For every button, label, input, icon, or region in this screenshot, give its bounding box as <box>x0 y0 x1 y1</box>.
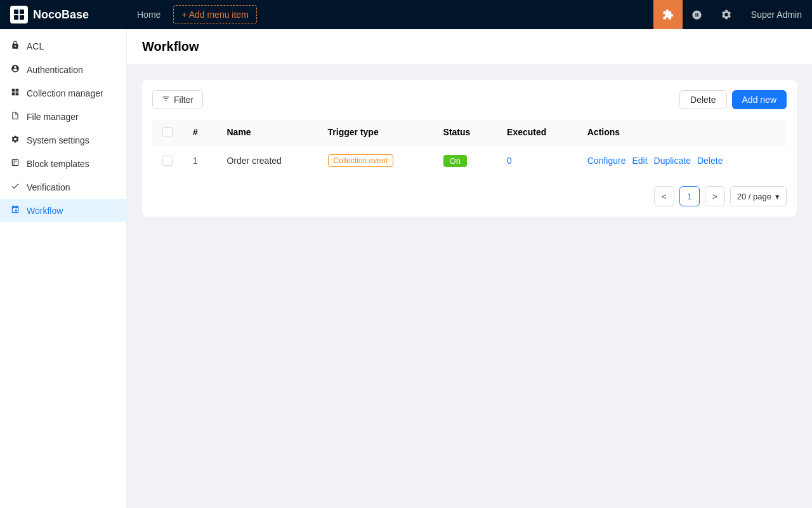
table-header: # Name Trigger type Status Executed Acti… <box>152 119 787 145</box>
row-status: On <box>433 145 497 177</box>
delete-button[interactable]: Delete <box>679 90 726 109</box>
main-content: Workflow Filter Delete <box>127 29 812 508</box>
header-actions: Actions <box>577 119 787 145</box>
main-layout: ACL Authentication Collection manager Fi… <box>0 29 812 508</box>
trigger-type-tag: Collection event <box>328 154 393 167</box>
brand-name: NocoBase <box>33 8 89 22</box>
svg-rect-0 <box>14 10 18 14</box>
sidebar-item-authentication[interactable]: Authentication <box>0 58 126 81</box>
topnav-right: Super Admin <box>653 0 812 29</box>
verification-icon <box>10 182 20 192</box>
page-header: Workflow <box>127 29 812 65</box>
authentication-label: Authentication <box>27 65 83 75</box>
toolbar: Filter Delete Add new <box>152 90 787 109</box>
table-container: Filter Delete Add new <box>142 80 797 217</box>
header-checkbox-cell <box>152 119 183 145</box>
filter-button[interactable]: Filter <box>152 90 203 109</box>
table-row: 1 Order created Collection event On 0 <box>152 145 787 177</box>
file-manager-icon <box>10 111 20 122</box>
select-all-checkbox[interactable] <box>162 127 173 137</box>
filter-label: Filter <box>174 95 193 105</box>
collection-manager-icon <box>10 88 20 98</box>
system-settings-icon <box>10 135 20 145</box>
sidebar-item-system-settings[interactable]: System settings <box>0 128 126 152</box>
header-name: Name <box>216 119 317 145</box>
topnav-menu: Home + Add menu item <box>127 0 653 29</box>
plugin-icon-button[interactable] <box>653 0 683 29</box>
page-size-selector[interactable]: 20 / page ▾ <box>730 186 787 206</box>
sidebar-item-acl[interactable]: ACL <box>0 34 126 58</box>
sidebar-item-collection-manager[interactable]: Collection manager <box>0 81 126 105</box>
table-body: 1 Order created Collection event On 0 <box>152 145 787 177</box>
status-badge[interactable]: On <box>443 155 467 167</box>
page-body: Filter Delete Add new <box>127 65 812 232</box>
current-page-button[interactable]: 1 <box>679 186 700 206</box>
row-executed: 0 <box>497 145 577 177</box>
svg-rect-1 <box>20 10 24 14</box>
header-index: # <box>183 119 216 145</box>
settings-icon-button[interactable] <box>712 0 741 29</box>
prev-page-button[interactable]: < <box>654 186 674 206</box>
block-templates-icon <box>10 158 20 169</box>
svg-rect-3 <box>20 15 24 20</box>
sidebar: ACL Authentication Collection manager Fi… <box>0 29 127 508</box>
delete-action[interactable]: Delete <box>697 156 723 166</box>
acl-label: ACL <box>27 41 44 51</box>
next-page-button[interactable]: > <box>705 186 725 206</box>
authentication-icon <box>10 64 20 75</box>
actions-cell: Configure Edit Duplicate Delete <box>587 156 776 166</box>
verification-label: Verification <box>27 182 70 192</box>
home-nav-item[interactable]: Home <box>127 0 171 29</box>
configure-action[interactable]: Configure <box>587 156 626 166</box>
filter-icon <box>162 95 170 105</box>
acl-icon <box>10 41 20 51</box>
user-menu[interactable]: Super Admin <box>741 0 812 29</box>
sidebar-item-workflow[interactable]: Workflow <box>0 199 126 222</box>
workflow-table: # Name Trigger type Status Executed Acti… <box>152 119 787 176</box>
header-trigger-type: Trigger type <box>318 119 433 145</box>
pagination: < 1 > 20 / page ▾ <box>152 186 787 206</box>
brand-logo[interactable]: NocoBase <box>0 6 127 23</box>
row-trigger-type: Collection event <box>318 145 433 177</box>
sidebar-item-verification[interactable]: Verification <box>0 175 126 199</box>
page-title: Workflow <box>142 39 797 54</box>
row-checkbox[interactable] <box>162 156 173 166</box>
add-menu-button[interactable]: + Add menu item <box>173 5 256 24</box>
workflow-label: Workflow <box>27 206 63 216</box>
workflow-icon <box>10 205 20 216</box>
sidebar-item-block-templates[interactable]: Block templates <box>0 152 126 175</box>
row-index: 1 <box>183 145 216 177</box>
topnav: NocoBase Home + Add menu item Super Admi… <box>0 0 812 29</box>
executed-count[interactable]: 0 <box>507 156 512 166</box>
page-size-label: 20 / page <box>737 192 771 201</box>
header-status: Status <box>433 119 497 145</box>
row-checkbox-cell <box>152 145 183 177</box>
row-name: Order created <box>216 145 317 177</box>
header-executed: Executed <box>497 119 577 145</box>
toolbar-right: Delete Add new <box>679 90 787 109</box>
edit-action[interactable]: Edit <box>632 156 647 166</box>
file-manager-label: File manager <box>27 112 79 122</box>
collection-manager-label: Collection manager <box>27 88 103 98</box>
system-settings-label: System settings <box>27 135 89 145</box>
rocket-icon-button[interactable] <box>683 0 712 29</box>
block-templates-label: Block templates <box>27 159 89 169</box>
duplicate-action[interactable]: Duplicate <box>654 156 691 166</box>
toolbar-left: Filter <box>152 90 203 109</box>
sidebar-item-file-manager[interactable]: File manager <box>0 105 126 128</box>
add-new-button[interactable]: Add new <box>732 90 787 109</box>
row-actions: Configure Edit Duplicate Delete <box>577 145 787 177</box>
svg-rect-2 <box>14 15 18 20</box>
logo-icon <box>10 6 28 23</box>
page-size-chevron-icon: ▾ <box>775 192 780 201</box>
